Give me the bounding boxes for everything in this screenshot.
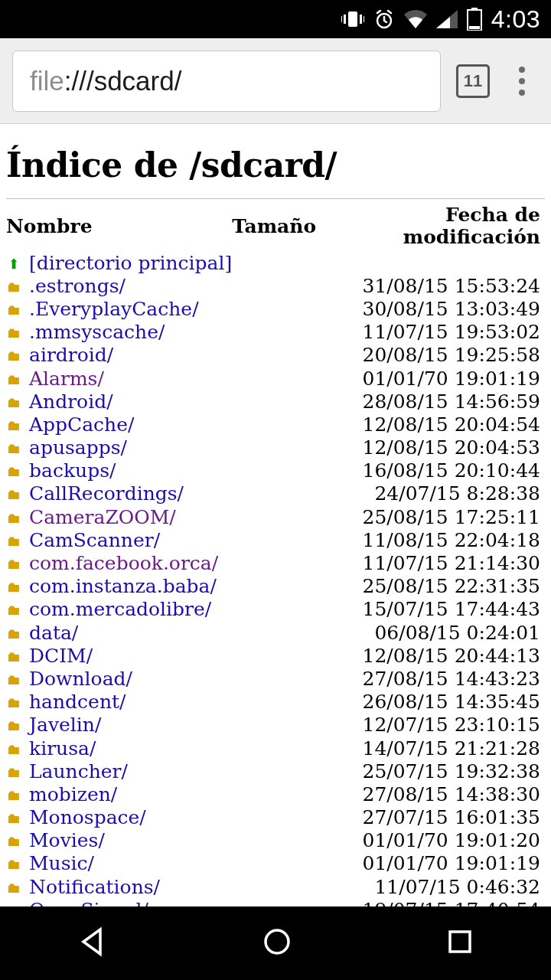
folder-icon: 🖿 (6, 742, 21, 758)
directory-link[interactable]: Notifications/ (29, 876, 160, 898)
directory-row: 🖿handcent/26/08/15 14:35:45 (6, 691, 545, 714)
directory-link[interactable]: DCIM/ (29, 645, 93, 667)
directory-row: 🖿DCIM/12/08/15 20:44:13 (6, 644, 545, 667)
directory-row: 🖿data/06/08/15 0:24:01 (6, 621, 545, 644)
directory-link[interactable]: Alarms/ (29, 368, 104, 390)
size-cell (232, 321, 316, 344)
directory-row: 🖿.EveryplayCache/30/08/15 13:03:49 (6, 297, 545, 320)
size-cell (232, 667, 316, 690)
directory-row: 🖿apusapps/12/08/15 20:04:53 (6, 436, 545, 459)
folder-icon: 🖿 (6, 441, 21, 457)
recent-apps-button[interactable] (445, 926, 475, 960)
size-cell (232, 898, 316, 906)
back-button[interactable] (76, 925, 109, 962)
directory-link[interactable]: backups/ (29, 459, 116, 482)
folder-icon: 🖿 (6, 834, 21, 850)
directory-row: 🖿Javelin/12/07/15 23:10:15 (6, 714, 545, 737)
directory-link[interactable]: airdroid/ (29, 344, 113, 366)
size-cell (232, 528, 316, 551)
directory-link[interactable]: apusapps/ (29, 436, 127, 459)
directory-link[interactable]: com.mercadolibre/ (29, 598, 211, 620)
directory-link[interactable]: Music/ (29, 852, 94, 874)
folder-icon: 🖿 (6, 580, 21, 596)
folder-icon: 🖿 (6, 788, 21, 804)
date-cell: 11/07/15 0:46:32 (316, 875, 545, 898)
directory-row: 🖿CameraZOOM/25/08/15 17:25:11 (6, 505, 545, 528)
directory-link[interactable]: .mmsyscache/ (29, 321, 165, 343)
directory-link[interactable]: AppCache/ (29, 413, 134, 436)
folder-icon: 🖿 (6, 880, 21, 897)
directory-link[interactable]: Launcher/ (29, 760, 128, 782)
date-cell: 27/07/15 16:01:35 (316, 806, 545, 829)
home-button[interactable] (260, 925, 294, 962)
size-cell (232, 367, 316, 390)
date-cell: 30/08/15 13:03:49 (316, 297, 545, 320)
battery-level: 19 (467, 10, 482, 22)
date-cell: 25/08/15 17:25:11 (316, 505, 545, 528)
date-cell: 31/08/15 15:53:24 (316, 274, 545, 297)
directory-link[interactable]: Javelin/ (29, 714, 101, 736)
date-cell: 16/08/15 20:10:44 (316, 459, 545, 482)
folder-icon: 🖿 (6, 765, 21, 781)
size-cell (232, 875, 316, 898)
page-title: Índice de /sdcard/ (6, 135, 545, 198)
url-bar[interactable]: file:///sdcard/ (12, 51, 441, 112)
directory-row: 🖿Notifications/11/07/15 0:46:32 (6, 875, 545, 898)
directory-row: 🖿kirusa/14/07/15 21:21:28 (6, 737, 545, 760)
folder-icon: 🖿 (6, 302, 21, 318)
directory-row: 🖿Movies/01/01/70 19:01:20 (6, 829, 545, 852)
directory-link[interactable]: kirusa/ (29, 737, 96, 760)
directory-link[interactable]: Monospace/ (29, 806, 146, 828)
directory-link[interactable]: CallRecordings/ (29, 482, 184, 505)
folder-icon: 🖿 (6, 464, 21, 480)
directory-link[interactable]: com.instanza.baba/ (29, 575, 217, 597)
directory-link[interactable]: data/ (29, 622, 78, 644)
cell-signal-icon (436, 10, 458, 28)
date-cell: 12/07/15 23:10:15 (316, 714, 545, 737)
folder-icon: 🖿 (6, 649, 21, 665)
size-cell (232, 274, 316, 297)
directory-link[interactable]: CamScanner/ (29, 529, 160, 551)
directory-link[interactable]: .estrongs/ (29, 275, 126, 297)
vibrate-icon (341, 9, 364, 29)
directory-link[interactable]: Movies/ (29, 829, 105, 851)
date-cell: 12/08/15 20:04:54 (316, 413, 545, 436)
size-cell (232, 344, 316, 367)
directory-link[interactable]: CameraZOOM/ (29, 506, 176, 528)
directory-row: 🖿OpenSignal/19/07/15 17:40:54 (6, 898, 545, 906)
tabs-count: 11 (464, 71, 482, 91)
overflow-menu-button[interactable] (505, 64, 539, 98)
size-cell (232, 644, 316, 667)
size-cell (232, 482, 316, 505)
size-cell (232, 297, 316, 320)
directory-link[interactable]: Download/ (29, 668, 132, 690)
date-cell: 26/08/15 14:35:45 (316, 691, 545, 714)
size-cell (232, 598, 316, 621)
folder-icon: 🖿 (6, 626, 21, 642)
date-cell: 20/08/15 19:25:58 (316, 344, 545, 367)
directory-link[interactable]: .EveryplayCache/ (29, 298, 199, 320)
directory-row: 🖿.estrongs/31/08/15 15:53:24 (6, 274, 545, 297)
directory-row: 🖿Android/28/08/15 14:56:59 (6, 390, 545, 413)
folder-icon: 🖿 (6, 557, 21, 573)
directory-link[interactable]: Android/ (29, 390, 113, 413)
date-cell: 11/07/15 21:14:30 (316, 551, 545, 574)
alarm-icon (373, 8, 395, 30)
directory-link[interactable]: com.facebook.orca/ (29, 552, 218, 574)
date-cell: 14/07/15 21:21:28 (316, 737, 545, 760)
url-scheme: file (30, 66, 64, 96)
directory-link[interactable]: mobizen/ (29, 783, 117, 805)
size-cell (232, 459, 316, 482)
date-cell: 11/07/15 19:53:02 (316, 321, 545, 344)
directory-link[interactable]: handcent/ (29, 691, 126, 713)
size-cell (232, 737, 316, 760)
size-cell (232, 551, 316, 574)
tabs-button[interactable]: 11 (456, 64, 490, 98)
directory-row: 🖿Download/27/08/15 14:43:23 (6, 667, 545, 690)
directory-link[interactable]: OpenSignal/ (29, 899, 148, 906)
parent-dir-link[interactable]: [directorio principal] (29, 252, 232, 274)
page-content[interactable]: Índice de /sdcard/ Nombre Tamaño Fecha d… (0, 124, 551, 906)
folder-icon: 🖿 (6, 672, 21, 688)
size-cell (232, 390, 316, 413)
folder-icon: 🖿 (6, 603, 21, 619)
